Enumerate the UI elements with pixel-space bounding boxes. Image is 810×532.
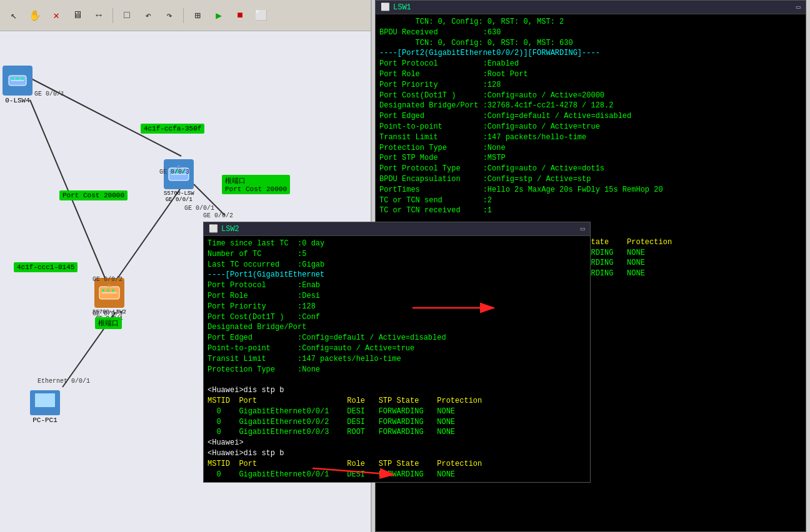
lsw1-line-15: Port Protocol Type :Config=auto / Active… bbox=[379, 164, 802, 174]
lsw2-title-text: LSW2 bbox=[221, 225, 239, 234]
lsw2-terminal[interactable]: ⬜ LSW2 ▭ Time since last TC :0 day Numbe… bbox=[203, 222, 591, 483]
link-icon[interactable]: ↔ bbox=[90, 7, 108, 24]
lsw2-line-7: Port Priority :128 bbox=[208, 302, 586, 312]
lsw1-line-10: Port Edged :Config=default / Active=disa… bbox=[379, 111, 802, 122]
lsw1-line-16: BPDU Encapsulation :Config=stp / Active=… bbox=[379, 174, 802, 185]
lsw1-close-icon[interactable]: ▭ bbox=[796, 2, 801, 12]
select-tool-icon[interactable]: ↖ bbox=[5, 7, 22, 24]
lsw1-line-2: BPDU Received :630 bbox=[379, 27, 802, 38]
lsw2-cmd2: <Huawei>dis stp b bbox=[208, 448, 586, 459]
play-icon[interactable]: ▶ bbox=[210, 7, 228, 24]
lsw2-prompt1: <Huawei> bbox=[208, 438, 586, 448]
grid-icon[interactable]: ⊞ bbox=[189, 7, 206, 24]
mac-label-left: 4c1f-ccc1-0145 bbox=[14, 262, 78, 272]
svg-line-0 bbox=[30, 78, 181, 156]
lsw2-body: Time since last TC :0 day Number of TC :… bbox=[204, 236, 590, 482]
toolbar: ↖ ✋ ✕ 🖥 ↔ □ ↶ ↷ ⊞ ▶ ■ ⬜ bbox=[0, 0, 371, 31]
lsw1-line-7: Port Priority :128 bbox=[379, 80, 802, 91]
lsw1-line-9: Designated Bridge/Port :32768.4c1f-cc21-… bbox=[379, 101, 802, 111]
lsw2-row1: 0 GigabitEthernet0/0/1 DESI FORWARDING N… bbox=[208, 406, 586, 417]
lsw2-row2: 0 GigabitEthernet0/0/2 DESI FORWARDING N… bbox=[208, 417, 586, 428]
lsw1-line-12: Transit Limit :147 packets/hello-time bbox=[379, 132, 802, 143]
lsw1-bottom-label: S5700-LSWGE 0/0/1 bbox=[164, 190, 194, 203]
lsw2-cmd1: <Huawei>dis stp b bbox=[208, 385, 586, 396]
pc1-label: PC-PC1 bbox=[32, 416, 58, 424]
lsw2-row4: 0 GigabitEthernet0/0/1 DESI FORWARDING N… bbox=[208, 470, 586, 480]
hand-tool-icon[interactable]: ✋ bbox=[26, 7, 44, 24]
lsw1-line-17: PortTimes :Hello 2s MaxAge 20s FwDly 15s… bbox=[379, 185, 802, 195]
lsw4-icon bbox=[2, 66, 32, 96]
stop-icon[interactable]: ■ bbox=[231, 7, 249, 24]
port-ge002-top: GE 0/0/2 bbox=[203, 212, 233, 219]
svg-marker-17 bbox=[176, 164, 181, 168]
lsw2-line-3: Last TC occurred :Gigab bbox=[208, 260, 586, 270]
svg-point-21 bbox=[102, 289, 104, 292]
svg-point-22 bbox=[107, 289, 109, 292]
lsw1-line-8: Port Cost(Dot1T ) :Config=auto / Active=… bbox=[379, 91, 802, 101]
lsw1-line-11: Point-to-point :Config=auto / Active=tru… bbox=[379, 122, 802, 132]
svg-point-8 bbox=[11, 77, 14, 80]
port-ge001-top: GE 0/0/1 bbox=[184, 205, 214, 212]
port-ge003-top: GE 0/0/3 bbox=[159, 169, 189, 175]
port-ge002-lsw2: GE 0/0/2 bbox=[92, 276, 122, 283]
lsw1-title-icon: ⬜ bbox=[381, 2, 390, 12]
lsw1-line-13: Protection Type :None bbox=[379, 143, 802, 154]
svg-marker-24 bbox=[107, 283, 112, 287]
lsw2-line-8: Port Cost(Dot1T ) :Conf bbox=[208, 312, 586, 323]
device-icon[interactable]: 🖥 bbox=[69, 7, 86, 24]
svg-point-9 bbox=[16, 77, 19, 80]
lsw1-line-6: Port Role :Root Port bbox=[379, 69, 802, 80]
lsw1-line-1: TCN: 0, Config: 0, RST: 0, MST: 2 bbox=[379, 17, 802, 27]
rectangle-icon[interactable]: □ bbox=[118, 7, 136, 24]
separator2 bbox=[183, 8, 184, 23]
lsw2-row3: 0 GigabitEthernet0/0/3 ROOT FORWARDING N… bbox=[208, 427, 586, 438]
lsw2-table-header1: MSTID Port Role STP State Protection bbox=[208, 396, 586, 406]
lsw2-line-11: Point-to-point :Config=auto / Active=tru… bbox=[208, 343, 586, 354]
separator bbox=[112, 8, 113, 23]
lsw4-label: 0-LSW4 bbox=[5, 97, 30, 104]
lsw1-line-18: TC or TCN send :2 bbox=[379, 195, 802, 206]
port-cost-label-left: Port Cost 20000 bbox=[59, 190, 128, 200]
lsw1-line-4: ----[Port2(GigabitEthernet0/0/2)][FORWAR… bbox=[379, 48, 802, 59]
lsw2-line-4: ----[Port1(GigabitEthernet bbox=[208, 270, 586, 280]
lsw2-line-6: Port Role :Desi bbox=[208, 291, 586, 302]
svg-point-23 bbox=[112, 289, 114, 292]
lsw4-node[interactable]: 0-LSW4 bbox=[2, 66, 32, 104]
lsw2-line-13: Protection Type :None bbox=[208, 365, 586, 375]
lsw2-close-icon[interactable]: ▭ bbox=[581, 224, 585, 234]
lsw2-line-5: Port Protocol :Enab bbox=[208, 280, 586, 291]
lsw2-line-1: Time since last TC :0 day bbox=[208, 239, 586, 249]
svg-rect-28 bbox=[38, 411, 52, 413]
lsw2-line-2: Number of TC :5 bbox=[208, 249, 586, 260]
port-ge001-lsw4: GE 0/0/1 bbox=[34, 91, 64, 97]
pc1-node[interactable]: PC-PC1 bbox=[30, 390, 60, 424]
port-ge003-lsw2: GE 0/0/3 bbox=[92, 310, 122, 317]
pc1-icon bbox=[30, 390, 60, 415]
lsw1-node[interactable]: S5700-LSWGE 0/0/1 bbox=[164, 159, 194, 203]
svg-point-10 bbox=[21, 77, 24, 80]
lsw2-title-bar: ⬜ LSW2 ▭ bbox=[204, 222, 590, 236]
lsw2-line-9: Designated Bridge/Port bbox=[208, 322, 586, 333]
lsw1-line-14: Port STP Mode :MSTP bbox=[379, 153, 802, 164]
lsw2-blank1 bbox=[208, 375, 586, 385]
lsw1-title-bar: ⬜ LSW1 ▭ bbox=[376, 1, 806, 14]
lsw1-line-3: TCN: 0, Config: 0, RST: 0, MST: 630 bbox=[379, 38, 802, 49]
lsw1-line-19: TC or TCN received :1 bbox=[379, 205, 802, 216]
undo-icon[interactable]: ↶ bbox=[139, 7, 157, 24]
port-eth001: Ethernet 0/0/1 bbox=[38, 378, 90, 385]
lsw2-line-12: Transit Limit :147 packets/hello-time bbox=[208, 354, 586, 365]
capture-icon[interactable]: ⬜ bbox=[252, 7, 270, 24]
redo-icon[interactable]: ↷ bbox=[161, 7, 178, 24]
lsw1-title-text: LSW1 bbox=[393, 3, 411, 12]
lsw1-line-5: Port Protocol :Enabled bbox=[379, 59, 802, 69]
root-port-label-top: 根端口Port Cost 20000 bbox=[222, 175, 290, 194]
lsw2-title-icon: ⬜ bbox=[209, 224, 218, 234]
svg-rect-27 bbox=[41, 408, 49, 411]
root-port-label-lsw2: 根端口 bbox=[95, 317, 122, 329]
delete-tool-icon[interactable]: ✕ bbox=[48, 7, 65, 24]
mac-label-top: 4c1f-ccfa-350f bbox=[141, 124, 204, 134]
lsw2-line-10: Port Edged :Config=default / Active=disa… bbox=[208, 333, 586, 343]
svg-rect-26 bbox=[35, 393, 55, 407]
lsw2-table-header2: MSTID Port Role STP State Protection bbox=[208, 459, 586, 470]
